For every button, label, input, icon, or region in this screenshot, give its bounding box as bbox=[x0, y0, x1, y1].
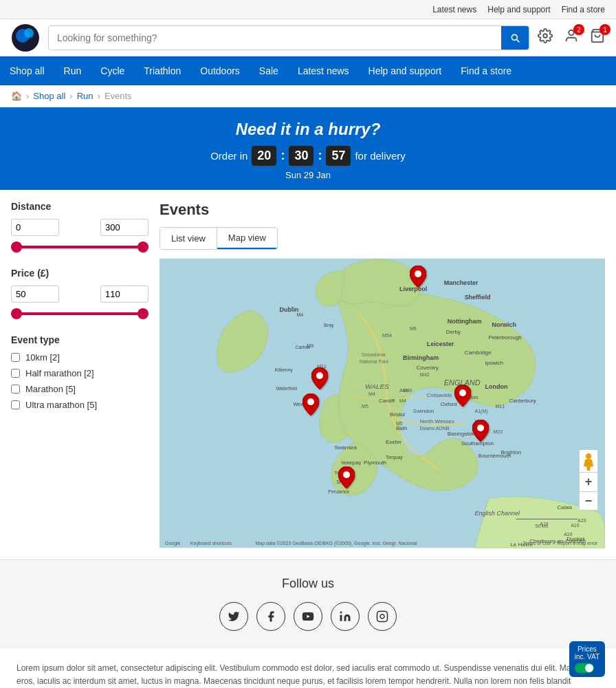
distance-thumb-left[interactable] bbox=[11, 241, 22, 252]
vat-toggle[interactable] bbox=[575, 663, 594, 673]
svg-text:M4: M4 bbox=[296, 312, 303, 317]
svg-text:London: London bbox=[485, 383, 508, 390]
nav-triathlon[interactable]: Triathlon bbox=[134, 56, 190, 85]
breadcrumb-home[interactable]: 🏠 bbox=[11, 91, 22, 101]
map-pin-1[interactable] bbox=[410, 266, 426, 290]
svg-text:M4: M4 bbox=[368, 391, 375, 396]
breadcrumb-shop-all[interactable]: Shop all bbox=[33, 91, 65, 101]
nav-find-store[interactable]: Find a store bbox=[451, 56, 521, 85]
svg-point-89 bbox=[343, 471, 350, 478]
svg-text:M5: M5 bbox=[396, 421, 403, 426]
map-svg: Dublin Liverpool Manchester Sheffield No… bbox=[160, 258, 605, 548]
price-filter: Price (£) bbox=[11, 268, 148, 321]
svg-text:M11: M11 bbox=[495, 404, 505, 409]
logo[interactable] bbox=[11, 23, 40, 52]
nav-sale[interactable]: Sale bbox=[250, 56, 288, 85]
latest-news-link[interactable]: Latest news bbox=[432, 5, 476, 14]
distance-min-input[interactable] bbox=[11, 219, 59, 236]
settings-button[interactable] bbox=[538, 28, 553, 47]
svg-text:Dublin: Dublin bbox=[279, 306, 298, 313]
price-slider-container bbox=[11, 307, 148, 321]
cart-button[interactable]: 1 bbox=[590, 28, 605, 47]
zoom-out-button[interactable]: − bbox=[579, 491, 598, 510]
zoom-in-button[interactable]: + bbox=[579, 472, 598, 491]
distance-max-input[interactable] bbox=[100, 219, 148, 236]
nav-outdoors[interactable]: Outdoors bbox=[190, 56, 250, 85]
label-10km: 10km [2] bbox=[25, 352, 60, 363]
map-pin-5[interactable] bbox=[472, 420, 489, 444]
nav-shop-all[interactable]: Shop all bbox=[0, 56, 54, 85]
svg-text:Bray: Bray bbox=[324, 323, 334, 328]
street-view-button[interactable] bbox=[579, 449, 598, 474]
price-thumb-right[interactable] bbox=[138, 308, 148, 319]
svg-point-90 bbox=[586, 453, 591, 459]
facebook-icon[interactable] bbox=[256, 602, 285, 631]
price-max-input[interactable] bbox=[100, 286, 148, 303]
svg-text:M42: M42 bbox=[420, 372, 430, 377]
youtube-icon[interactable] bbox=[294, 602, 322, 631]
svg-point-84 bbox=[415, 270, 421, 277]
map-pin-6[interactable] bbox=[338, 466, 355, 491]
map-zoom-controls: + − bbox=[579, 472, 598, 510]
svg-text:Terms of Use: Terms of Use bbox=[522, 541, 551, 546]
help-support-link[interactable]: Help and support bbox=[487, 5, 550, 14]
svg-point-3 bbox=[543, 34, 547, 38]
map-pin-2[interactable] bbox=[311, 367, 328, 391]
svg-text:M54: M54 bbox=[382, 333, 392, 338]
distance-slider-container bbox=[11, 240, 148, 254]
svg-text:Canterbury: Canterbury bbox=[509, 398, 536, 404]
prices-badge[interactable]: Prices inc. VAT bbox=[569, 641, 605, 677]
tab-map-view[interactable]: Map view bbox=[217, 228, 277, 249]
nav-latest-news[interactable]: Latest news bbox=[288, 56, 359, 85]
svg-point-88 bbox=[477, 424, 484, 431]
nav-help[interactable]: Help and support bbox=[359, 56, 452, 85]
delivery-banner: Need it in a hurry? Order in 20 : 30 : 5… bbox=[0, 107, 616, 190]
find-store-link[interactable]: Find a store bbox=[562, 5, 605, 14]
svg-text:Plymouth: Plymouth bbox=[364, 460, 386, 466]
event-type-marathon[interactable]: Marathon [5] bbox=[11, 384, 148, 394]
label-ultra-marathon: Ultra marathon [5] bbox=[25, 400, 97, 410]
checkbox-half-marathon[interactable] bbox=[11, 369, 20, 378]
search-button[interactable] bbox=[501, 25, 529, 50]
map-container[interactable]: Dublin Liverpool Manchester Sheffield No… bbox=[160, 258, 605, 548]
order-label: Order in bbox=[210, 150, 248, 162]
svg-text:Norwich: Norwich bbox=[492, 321, 516, 328]
event-type-list: 10km [2] Half marathon [2] Marathon [5] … bbox=[11, 352, 148, 410]
svg-point-87 bbox=[459, 389, 466, 396]
svg-text:50 km: 50 km bbox=[535, 524, 548, 528]
search-input[interactable] bbox=[49, 32, 501, 43]
map-pin-3[interactable] bbox=[302, 394, 319, 418]
delivery-date: Sun 29 Jan bbox=[11, 170, 605, 180]
twitter-icon[interactable] bbox=[219, 602, 248, 631]
nav-run[interactable]: Run bbox=[54, 56, 91, 85]
linkedin-icon[interactable] bbox=[331, 602, 360, 631]
checkbox-marathon[interactable] bbox=[11, 385, 20, 394]
checkbox-ultra-marathon[interactable] bbox=[11, 400, 20, 409]
svg-text:A16: A16 bbox=[571, 523, 580, 528]
countdown-seconds: 57 bbox=[326, 146, 351, 166]
svg-text:Torquay: Torquay bbox=[386, 455, 403, 460]
instagram-icon[interactable] bbox=[368, 602, 397, 631]
breadcrumb-current: Events bbox=[104, 91, 132, 101]
follow-title: Follow us bbox=[11, 577, 605, 591]
event-type-half-marathon[interactable]: Half marathon [2] bbox=[11, 368, 148, 378]
countdown-hours: 20 bbox=[252, 146, 276, 166]
colon-2: : bbox=[318, 149, 322, 163]
price-min-input[interactable] bbox=[11, 286, 59, 303]
price-thumb-left[interactable] bbox=[11, 308, 22, 319]
map-pin-4[interactable] bbox=[454, 385, 471, 409]
main-nav: Shop all Run Cycle Triathlon Outdoors Sa… bbox=[0, 56, 616, 85]
label-marathon: Marathon [5] bbox=[25, 384, 76, 394]
tab-list-view[interactable]: List view bbox=[160, 228, 217, 249]
distance-thumb-right[interactable] bbox=[138, 241, 148, 252]
svg-text:Swindon: Swindon bbox=[413, 408, 434, 414]
svg-text:Coventry: Coventry bbox=[417, 365, 439, 371]
account-button[interactable]: 2 bbox=[564, 28, 579, 47]
price-fill bbox=[11, 312, 148, 315]
breadcrumb-run[interactable]: Run bbox=[77, 91, 94, 101]
event-type-10km[interactable]: 10km [2] bbox=[11, 352, 148, 363]
checkbox-10km[interactable] bbox=[11, 353, 20, 362]
nav-cycle[interactable]: Cycle bbox=[91, 56, 134, 85]
svg-text:Peterborough: Peterborough bbox=[489, 334, 522, 341]
event-type-ultra-marathon[interactable]: Ultra marathon [5] bbox=[11, 400, 148, 410]
